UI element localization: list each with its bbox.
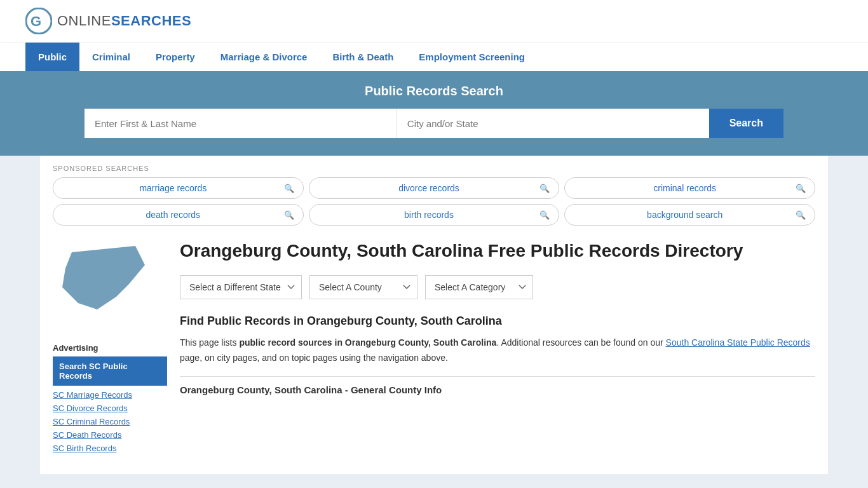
- logo: G ONLINESEARCHES: [25, 8, 191, 34]
- dropdown-row: Select a Different State Select A County…: [180, 275, 815, 299]
- search-row: Search: [85, 109, 783, 138]
- sidebar-link-death[interactable]: SC Death Records: [53, 428, 167, 442]
- svg-text:G: G: [31, 13, 41, 29]
- sponsored-item-death[interactable]: death records 🔍: [53, 204, 304, 226]
- search-banner-title: Public Records Search: [25, 84, 843, 98]
- main-wrapper: SPONSORED SEARCHES marriage records 🔍 di…: [40, 156, 828, 474]
- nav-inner: Public Criminal Property Marriage & Divo…: [0, 43, 868, 71]
- search-icon-birth: 🔍: [539, 210, 550, 220]
- find-records-title: Find Public Records in Orangeburg County…: [180, 315, 815, 328]
- sidebar-link-divorce[interactable]: SC Divorce Records: [53, 402, 167, 415]
- nav-item-public[interactable]: Public: [25, 43, 79, 71]
- sponsored-item-marriage[interactable]: marriage records 🔍: [53, 177, 304, 199]
- logo-searches: SEARCHES: [111, 13, 191, 29]
- county-info-title: Orangeburg County, South Carolina - Gene…: [180, 384, 815, 395]
- county-dropdown[interactable]: Select A County: [309, 275, 417, 299]
- search-icon-death: 🔍: [284, 210, 294, 220]
- nav-item-marriage-divorce[interactable]: Marriage & Divorce: [208, 43, 320, 71]
- section-divider: [180, 376, 815, 377]
- search-icon-marriage: 🔍: [284, 184, 294, 193]
- nav-item-property[interactable]: Property: [143, 43, 208, 71]
- search-icon-background: 🔍: [796, 210, 806, 220]
- sidebar-link-marriage[interactable]: SC Marriage Records: [53, 388, 167, 402]
- page-title: Orangeburg County, South Carolina Free P…: [180, 240, 815, 262]
- sidebar: Advertising Search SC Public Records SC …: [53, 240, 167, 455]
- name-search-input[interactable]: [85, 109, 397, 138]
- sponsored-grid: marriage records 🔍 divorce records 🔍 cri…: [53, 177, 815, 226]
- nav-item-employment[interactable]: Employment Screening: [406, 43, 538, 71]
- location-search-input[interactable]: [397, 109, 709, 138]
- logo-text: ONLINESEARCHES: [57, 13, 191, 29]
- logo-icon: G: [25, 8, 52, 34]
- sponsored-item-criminal[interactable]: criminal records 🔍: [564, 177, 815, 199]
- state-dropdown[interactable]: Select a Different State: [180, 275, 302, 299]
- sponsored-label: SPONSORED SEARCHES: [53, 156, 815, 177]
- search-icon-divorce: 🔍: [539, 184, 550, 193]
- nav-item-criminal[interactable]: Criminal: [79, 43, 143, 71]
- sidebar-highlight-btn[interactable]: Search SC Public Records: [53, 356, 167, 386]
- category-dropdown[interactable]: Select A Category: [425, 275, 533, 299]
- logo-online: ONLINE: [57, 13, 111, 29]
- svg-marker-2: [62, 246, 145, 309]
- nav-item-birth-death[interactable]: Birth & Death: [320, 43, 406, 71]
- header: G ONLINESEARCHES: [0, 0, 868, 42]
- search-banner: Public Records Search Search: [0, 71, 868, 156]
- content-area: Advertising Search SC Public Records SC …: [53, 233, 815, 455]
- search-icon-criminal: 🔍: [796, 184, 806, 193]
- sc-public-records-link[interactable]: South Carolina State Public Records: [666, 337, 810, 348]
- sidebar-link-criminal[interactable]: SC Criminal Records: [53, 415, 167, 428]
- sponsored-item-divorce[interactable]: divorce records 🔍: [309, 177, 560, 199]
- sidebar-advertising-label: Advertising: [53, 343, 167, 353]
- sponsored-item-background[interactable]: background search 🔍: [564, 204, 815, 226]
- main-content: Orangeburg County, South Carolina Free P…: [180, 240, 815, 455]
- sponsored-item-birth[interactable]: birth records 🔍: [309, 204, 560, 226]
- main-nav: Public Criminal Property Marriage & Divo…: [0, 42, 868, 71]
- sc-state-map: [53, 240, 154, 329]
- sidebar-link-birth[interactable]: SC Birth Records: [53, 442, 167, 455]
- search-button[interactable]: Search: [709, 109, 783, 138]
- description-text: This page lists public record sources in…: [180, 336, 815, 366]
